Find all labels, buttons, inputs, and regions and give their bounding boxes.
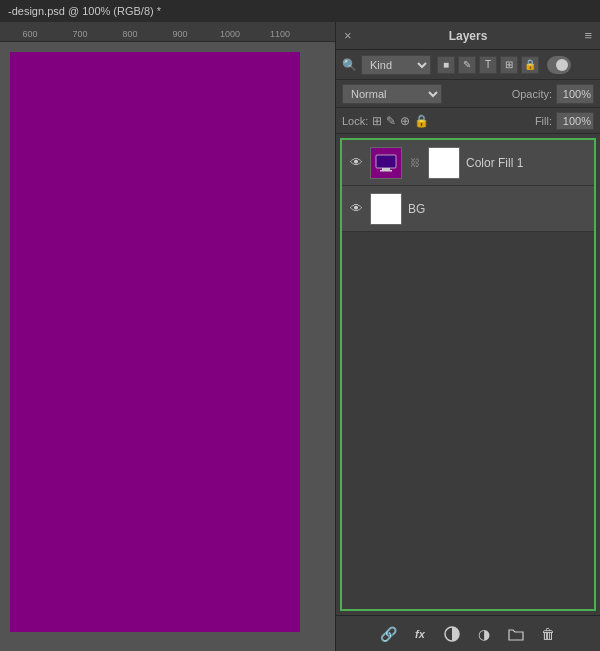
ruler-mark-700: 700	[55, 29, 105, 39]
canvas-area: 600 700 800 900 1000 1100	[0, 22, 335, 651]
lock-row: Lock: ⊞ ✎ ⊕ 🔒 Fill:	[336, 108, 600, 134]
lock-paint-btn[interactable]: ✎	[386, 114, 396, 128]
layer-visibility-color-fill[interactable]: 👁	[348, 155, 364, 171]
folder-icon[interactable]	[505, 623, 527, 645]
layer-thumbnail-bg	[370, 193, 402, 225]
bottom-toolbar: 🔗 fx ◑ 🗑	[336, 615, 600, 651]
filter-smart-btn[interactable]: 🔒	[521, 56, 539, 74]
filter-adjustment-btn[interactable]: ✎	[458, 56, 476, 74]
ruler: 600 700 800 900 1000 1100	[0, 22, 335, 42]
panel-header: × Layers ≡	[336, 22, 600, 50]
opacity-input[interactable]	[556, 84, 594, 104]
svg-rect-2	[380, 170, 392, 172]
lock-all-btn[interactable]: 🔒	[414, 114, 429, 128]
layer-thumb-white	[371, 194, 401, 224]
link-icon[interactable]: 🔗	[377, 623, 399, 645]
ruler-mark-1100: 1100	[255, 29, 305, 39]
layer-item-color-fill[interactable]: 👁 ⛓ Color Fill 1	[342, 140, 594, 186]
filter-icons-row: ■ ✎ T ⊞ 🔒	[437, 56, 539, 74]
title-bar: -design.psd @ 100% (RGB/8) *	[0, 0, 600, 22]
filter-shape-btn[interactable]: ⊞	[500, 56, 518, 74]
layers-panel: × Layers ≡ 🔍 Kind ■ ✎ T ⊞ 🔒 Normal	[335, 22, 600, 651]
search-icon: 🔍	[342, 58, 357, 72]
layer-thumbnail-color-fill	[370, 147, 402, 179]
fill-input[interactable]	[556, 112, 594, 130]
layer-mask-thumbnail	[428, 147, 460, 179]
layer-name-bg: BG	[408, 202, 588, 216]
filter-row: 🔍 Kind ■ ✎ T ⊞ 🔒	[336, 50, 600, 80]
layer-thumb-monitor	[371, 148, 401, 178]
filter-type-btn[interactable]: T	[479, 56, 497, 74]
ruler-mark-600: 600	[5, 29, 55, 39]
layer-name-color-fill: Color Fill 1	[466, 156, 588, 170]
layer-chain-icon: ⛓	[408, 156, 422, 170]
kind-select[interactable]: Kind	[361, 55, 431, 75]
fx-icon[interactable]: fx	[409, 623, 431, 645]
ruler-mark-800: 800	[105, 29, 155, 39]
canvas	[10, 52, 300, 632]
panel-title: Layers	[449, 29, 488, 43]
panel-menu-icon[interactable]: ≡	[584, 28, 592, 43]
blend-mode-select[interactable]: Normal Dissolve Multiply Screen Overlay	[342, 84, 442, 104]
fill-label: Fill:	[535, 115, 552, 127]
svg-rect-0	[376, 155, 396, 168]
ruler-mark-1000: 1000	[205, 29, 255, 39]
adjustment-icon[interactable]: ◑	[473, 623, 495, 645]
filter-toggle-dot	[556, 59, 568, 71]
filter-toggle[interactable]	[547, 56, 571, 74]
ruler-mark-900: 900	[155, 29, 205, 39]
blend-row: Normal Dissolve Multiply Screen Overlay …	[336, 80, 600, 108]
lock-transparent-btn[interactable]: ⊞	[372, 114, 382, 128]
main-content: 600 700 800 900 1000 1100 × Layers ≡ 🔍 K…	[0, 22, 600, 651]
lock-label: Lock:	[342, 115, 368, 127]
layer-visibility-bg[interactable]: 👁	[348, 201, 364, 217]
mask-icon[interactable]	[441, 623, 463, 645]
opacity-label: Opacity:	[512, 88, 552, 100]
canvas-container	[0, 42, 335, 651]
svg-rect-1	[382, 168, 390, 170]
delete-icon[interactable]: 🗑	[537, 623, 559, 645]
close-icon[interactable]: ×	[344, 28, 352, 43]
title-bar-text: -design.psd @ 100% (RGB/8) *	[8, 5, 161, 17]
lock-icons: ⊞ ✎ ⊕ 🔒	[372, 114, 429, 128]
lock-move-btn[interactable]: ⊕	[400, 114, 410, 128]
layers-list[interactable]: 👁 ⛓ Color Fill 1 👁	[340, 138, 596, 611]
filter-pixel-btn[interactable]: ■	[437, 56, 455, 74]
ruler-marks: 600 700 800 900 1000 1100	[0, 29, 305, 39]
layer-item-bg[interactable]: 👁 BG	[342, 186, 594, 232]
